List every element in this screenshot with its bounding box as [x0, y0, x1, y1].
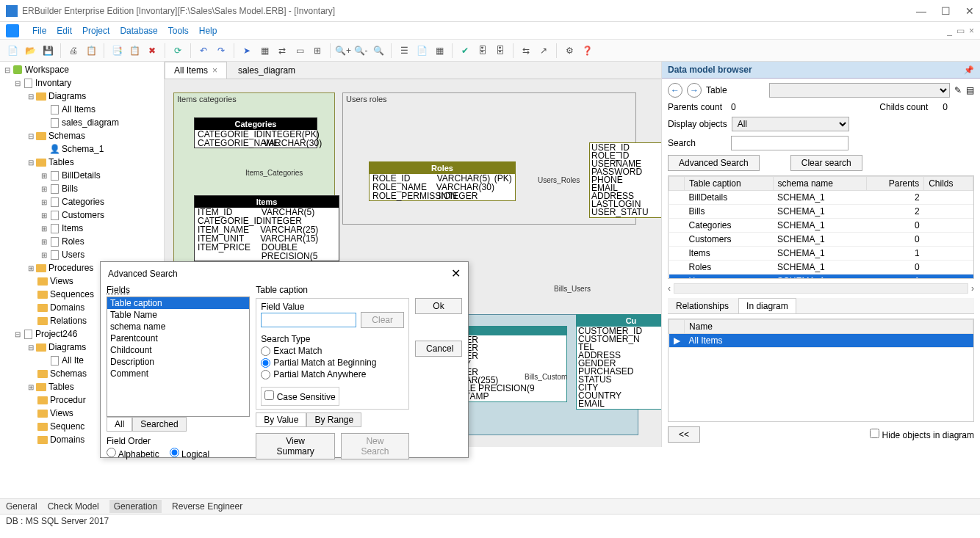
mdi-close-icon[interactable]: × — [969, 26, 974, 36]
pointer-tool[interactable]: ➤ — [239, 43, 255, 59]
field-item[interactable]: Childcount — [107, 344, 249, 356]
field-item[interactable]: Parentcount — [107, 332, 249, 344]
delete-button[interactable]: ✖ — [144, 43, 160, 59]
tree-all-items[interactable]: All Items — [62, 104, 96, 114]
field-item[interactable]: Comment — [107, 368, 249, 379]
grid-row[interactable]: ItemsSCHEMA_11 — [669, 247, 973, 261]
settings-button[interactable]: ⚙ — [561, 43, 577, 59]
field-item[interactable]: Description — [107, 356, 249, 368]
minimize-button[interactable]: — — [916, 5, 926, 17]
goto-icon[interactable]: ▤ — [966, 85, 974, 95]
compare-button[interactable]: ⇆ — [518, 43, 534, 59]
menu-database[interactable]: Database — [120, 26, 157, 36]
check-button[interactable]: ✔ — [457, 43, 473, 59]
tree-domains2[interactable]: Domains — [50, 435, 84, 445]
search-input[interactable] — [731, 136, 849, 150]
tree-views2[interactable]: Views — [50, 408, 73, 418]
tab-generation[interactable]: Generation — [109, 500, 162, 513]
grid-row[interactable]: CategoriesSCHEMA_10 — [669, 219, 973, 233]
maximize-button[interactable]: ☐ — [941, 5, 951, 17]
entity-customers[interactable]: Cu CUSTOMER_IDCUSTOMER_NTELADDRESSGENDER… — [576, 314, 661, 410]
history-back-button[interactable]: << — [668, 426, 700, 443]
menu-help[interactable]: Help — [199, 26, 217, 36]
tree-table-item[interactable]: Items — [62, 223, 83, 233]
tab-reverse-engineer[interactable]: Reverse Engineer — [172, 501, 242, 512]
ok-button[interactable]: Ok — [415, 298, 462, 314]
radio-partial-any[interactable] — [261, 370, 270, 379]
scroll-right-icon[interactable]: › — [971, 283, 974, 294]
tree-diagrams[interactable]: Diagrams — [48, 91, 86, 101]
tree-diagrams2[interactable]: Diagrams — [48, 342, 86, 352]
tab-general[interactable]: General — [6, 501, 37, 512]
relation-tool[interactable]: ⇄ — [274, 43, 290, 59]
tab-sales-diagram[interactable]: sales_diagram — [228, 62, 305, 79]
tree-table-item[interactable]: Categories — [62, 197, 104, 207]
diagram-grid[interactable]: Name ▶All Items — [668, 319, 974, 422]
radio-exact[interactable] — [261, 346, 270, 356]
tree-tables2[interactable]: Tables — [48, 382, 74, 392]
tab-by-range[interactable]: By Range — [306, 412, 361, 427]
grid-button[interactable]: ▦ — [431, 43, 447, 59]
hide-objects-checkbox[interactable] — [870, 429, 879, 438]
table-select[interactable] — [769, 83, 950, 98]
grid-row[interactable]: ▶UsersSCHEMA_11 — [669, 275, 973, 280]
scrollbar[interactable] — [674, 283, 968, 294]
table-tool[interactable]: ▦ — [256, 43, 273, 59]
tree-sequenc2[interactable]: Sequenc — [50, 421, 84, 432]
list-button[interactable]: ☰ — [396, 43, 412, 59]
print-preview-button[interactable]: 📋 — [83, 43, 99, 59]
tree-project246[interactable]: Project246 — [35, 329, 77, 339]
pin-icon[interactable]: 📌 — [964, 65, 974, 75]
field-value-input[interactable] — [261, 313, 356, 327]
grid-row[interactable]: RolesSCHEMA_10 — [669, 261, 973, 275]
scroll-left-icon[interactable]: ‹ — [668, 283, 671, 294]
tree-table-item[interactable]: Bills — [62, 183, 78, 194]
copy-button[interactable]: 📑 — [109, 43, 125, 59]
tree-domains[interactable]: Domains — [50, 302, 84, 313]
radio-partial-begin[interactable] — [261, 358, 270, 368]
close-window-button[interactable]: ✕ — [965, 5, 974, 17]
nav-forward-button[interactable]: → — [687, 83, 702, 98]
tree-all-ite[interactable]: All Ite — [62, 355, 84, 366]
view-summary-button[interactable]: View Summary — [256, 433, 335, 459]
new-search-button[interactable]: New Search — [341, 433, 409, 459]
tab-searched-fields[interactable]: Searched — [132, 417, 186, 432]
tree-views[interactable]: Views — [50, 276, 73, 286]
entity-categories[interactable]: Categories CATEGORIE_IDINTEGER(PK)CATEGO… — [194, 117, 317, 148]
tree-procedur[interactable]: Procedur — [50, 395, 86, 405]
tree-sales-diagram[interactable]: sales_diagram — [62, 117, 119, 128]
refresh-button[interactable]: ⟳ — [170, 43, 186, 59]
case-sensitive-checkbox[interactable] — [264, 390, 274, 400]
tree-procedures[interactable]: Procedures — [48, 263, 93, 273]
menu-edit[interactable]: Edit — [57, 26, 72, 36]
menu-file[interactable]: File — [32, 26, 46, 36]
view-tool[interactable]: ▭ — [292, 43, 308, 59]
db-sync-button[interactable]: 🗄 — [492, 43, 508, 59]
tree-invontary[interactable]: Invontary — [35, 78, 71, 88]
save-button[interactable]: 💾 — [40, 43, 56, 59]
tab-by-value[interactable]: By Value — [256, 412, 306, 427]
layout-tool[interactable]: ⊞ — [309, 43, 325, 59]
mdi-minimize-icon[interactable]: _ — [947, 26, 952, 36]
redo-button[interactable]: ↷ — [213, 43, 229, 59]
paste-button[interactable]: 📋 — [126, 43, 143, 59]
tree-table-item[interactable]: Users — [62, 250, 84, 260]
cancel-button[interactable]: Cancel — [415, 341, 462, 357]
undo-button[interactable]: ↶ — [195, 43, 212, 59]
tree-table-item[interactable]: BillDetails — [62, 170, 101, 181]
zoom-in-button[interactable]: 🔍+ — [335, 43, 351, 59]
tab-all-items[interactable]: All Items× — [165, 62, 227, 79]
advanced-search-button[interactable]: Advanced Search — [668, 155, 760, 171]
nav-back-button[interactable]: ← — [668, 83, 682, 98]
export-button[interactable]: ↗ — [536, 43, 552, 59]
tree-schemas[interactable]: Schemas — [48, 131, 85, 141]
diagram-row[interactable]: ▶All Items — [669, 334, 973, 348]
fields-list[interactable]: Table captionTable Nameschema nameParent… — [107, 297, 250, 417]
tree-schema1[interactable]: Schema_1 — [62, 144, 104, 154]
tab-all-fields[interactable]: All — [107, 417, 132, 432]
entity-items[interactable]: Items ITEM_IDVARCHAR(5)CATEGORIE_IDINTEG… — [194, 195, 339, 261]
menu-project[interactable]: Project — [82, 26, 109, 36]
clear-value-button[interactable]: Clear — [361, 312, 404, 328]
tab-relationships[interactable]: Relationships — [668, 298, 737, 313]
dialog-close-button[interactable]: ✕ — [451, 266, 461, 280]
